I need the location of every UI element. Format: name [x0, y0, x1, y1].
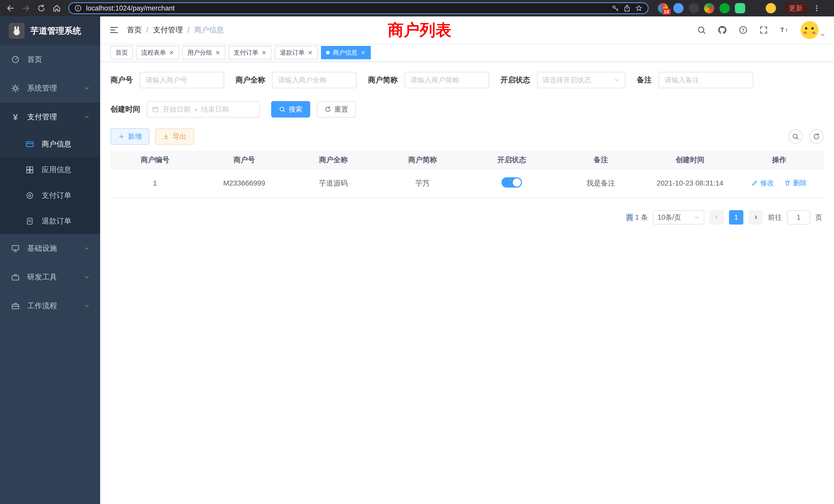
breadcrumb-home[interactable]: 首页 — [127, 25, 142, 35]
sidebar-item-label: 支付管理 — [27, 112, 57, 122]
prev-page-button[interactable] — [709, 210, 724, 225]
avatar-caret-icon — [820, 32, 825, 38]
reset-button[interactable]: 重置 — [317, 101, 356, 117]
font-size-icon[interactable]: TT — [780, 25, 789, 35]
tab-label: 商户信息 — [333, 48, 357, 57]
extension-icon-2[interactable] — [673, 3, 683, 13]
breadcrumb-payment[interactable]: 支付管理 — [153, 25, 183, 35]
cell-merchant-id: 1 — [110, 169, 199, 198]
extension-icon-6[interactable] — [735, 3, 745, 13]
extension-icon-3[interactable] — [689, 3, 699, 13]
tab-pay-order[interactable]: 支付订单 — [228, 46, 272, 59]
toggle-search-icon[interactable] — [788, 129, 803, 144]
password-key-icon[interactable] — [611, 4, 619, 12]
tab-home[interactable]: 首页 — [110, 46, 133, 59]
tab-process-form[interactable]: 流程表单 — [136, 46, 179, 59]
bookmark-star-icon[interactable] — [635, 4, 643, 12]
filter-row-1: 商户号 商户全称 商户简称 开启状态 请选择开启状态 — [110, 72, 824, 88]
page-number-button[interactable]: 1 — [729, 210, 743, 225]
cell-full-name: 芋道源码 — [289, 169, 378, 198]
tags-view: 首页 流程表单 用户分组 支付订单 退款订单 — [100, 44, 834, 62]
extension-icon-7[interactable] — [750, 3, 761, 13]
forward-icon[interactable] — [20, 2, 32, 14]
merchant-no-input[interactable] — [139, 72, 224, 88]
browser-update-button[interactable]: 更新 — [784, 3, 807, 14]
reload-icon[interactable] — [36, 2, 47, 14]
extension-icon-1[interactable]: 10 — [658, 3, 668, 13]
hamburger-icon[interactable] — [109, 25, 119, 35]
target-icon — [25, 191, 35, 200]
sidebar-item-refund-order[interactable]: 退款订单 — [0, 208, 100, 234]
short-name-input[interactable] — [404, 72, 489, 88]
extension-icon-4[interactable] — [704, 3, 714, 13]
delete-link[interactable]: 删除 — [784, 178, 807, 188]
merchant-table: 商户编号 商户号 商户全称 商户简称 开启状态 备注 创建时间 操作 1 M23… — [110, 151, 824, 198]
search-icon[interactable] — [697, 25, 706, 35]
user-avatar[interactable] — [800, 21, 818, 39]
tab-user-group[interactable]: 用户分组 — [182, 46, 225, 59]
extension-icon-5[interactable] — [720, 3, 730, 13]
remark-input[interactable] — [658, 72, 753, 88]
svg-text:T: T — [785, 28, 788, 33]
tab-close-icon[interactable] — [169, 50, 174, 55]
address-bar[interactable]: localhost:1024/pay/merchant — [68, 2, 649, 14]
help-icon[interactable]: ? — [739, 25, 748, 35]
share-icon[interactable] — [623, 4, 631, 12]
export-button[interactable]: 导出 — [155, 128, 194, 145]
status-select[interactable]: 请选择开启状态 — [537, 72, 626, 88]
extension-badge: 10 — [662, 8, 671, 15]
back-icon[interactable] — [5, 2, 17, 14]
status-toggle[interactable] — [502, 177, 522, 188]
user-menu[interactable] — [800, 21, 825, 39]
table-utils — [788, 129, 824, 144]
extensions-area: 10 — [658, 3, 776, 13]
fullscreen-icon[interactable] — [759, 25, 768, 35]
sidebar-item-payment[interactable]: ¥ 支付管理 — [0, 102, 100, 131]
create-time-range-picker[interactable]: 开始日期 - 结束日期 — [147, 101, 260, 117]
add-button[interactable]: 新增 — [110, 128, 150, 145]
edit-link[interactable]: 修改 — [751, 178, 774, 188]
browser-menu-icon[interactable] — [811, 2, 823, 14]
chevron-down-icon — [694, 214, 700, 220]
app-title: 芋道管理系统 — [30, 25, 81, 37]
page-size-select[interactable]: 10条/页 — [653, 210, 704, 225]
sidebar-item-workflow[interactable]: 工作流程 — [0, 292, 100, 320]
toolbox-icon — [10, 273, 21, 281]
sidebar-item-system[interactable]: 系统管理 — [0, 74, 100, 102]
export-button-label: 导出 — [173, 132, 186, 141]
chevron-down-icon — [84, 303, 90, 309]
refresh-table-icon[interactable] — [809, 129, 824, 144]
search-button[interactable]: 搜索 — [271, 101, 310, 117]
sidebar-item-label: 研发工具 — [27, 272, 57, 282]
sidebar-item-infrastructure[interactable]: 基础设施 — [0, 234, 100, 263]
site-info-icon[interactable] — [74, 4, 82, 12]
sidebar-item-home[interactable]: 首页 — [0, 45, 100, 74]
status-select-placeholder: 请选择开启状态 — [543, 75, 591, 85]
cell-create-time: 2021-10-23 08:31:14 — [645, 169, 734, 198]
home-icon[interactable] — [51, 2, 63, 14]
logo-rabbit-avatar — [9, 23, 25, 39]
app-logo[interactable]: 芋道管理系统 — [0, 17, 100, 45]
total-count: 1 — [635, 213, 639, 221]
tab-close-icon[interactable] — [360, 50, 366, 55]
extension-icon-8[interactable] — [766, 3, 776, 13]
tab-close-icon[interactable] — [308, 50, 313, 55]
next-page-button[interactable] — [748, 210, 763, 225]
github-icon[interactable] — [718, 25, 727, 35]
status-label: 开启状态 — [501, 75, 530, 85]
tab-refund-order[interactable]: 退款订单 — [275, 46, 318, 59]
sidebar-item-label: 首页 — [27, 54, 42, 65]
sidebar-item-pay-order[interactable]: 支付订单 — [0, 183, 100, 208]
goto-page-input[interactable] — [787, 210, 810, 225]
reset-button-label: 重置 — [334, 105, 348, 114]
breadcrumb-separator: / — [146, 26, 148, 35]
tab-close-icon[interactable] — [261, 50, 266, 55]
full-name-input[interactable] — [272, 72, 357, 88]
chevron-down-icon — [614, 77, 620, 83]
tab-merchant-info[interactable]: 商户信息 — [321, 46, 371, 59]
sidebar-item-merchant-info[interactable]: 商户信息 — [0, 131, 100, 157]
tab-close-icon[interactable] — [215, 50, 220, 55]
sidebar-item-devtools[interactable]: 研发工具 — [0, 263, 100, 292]
sidebar-item-app-info[interactable]: 应用信息 — [0, 157, 100, 183]
chevron-up-icon — [84, 114, 90, 120]
